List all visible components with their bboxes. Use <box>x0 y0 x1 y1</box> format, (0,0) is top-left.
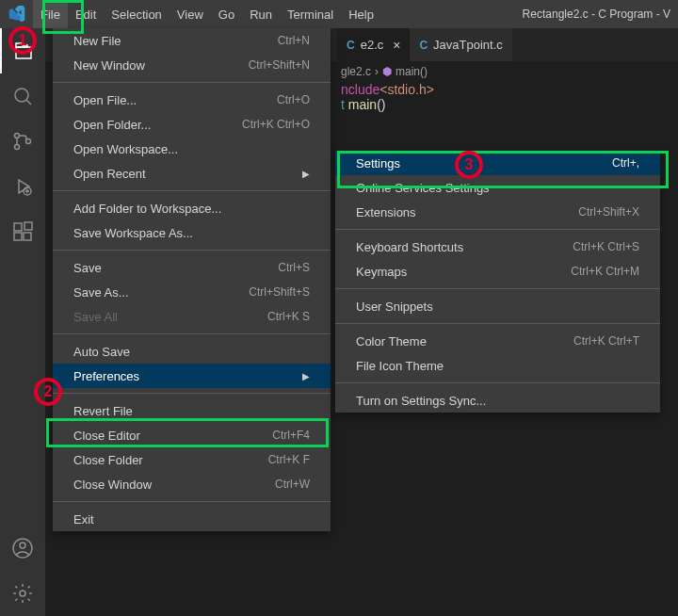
breadcrumb-file: gle2.c <box>341 65 371 78</box>
menu-item-shortcut: Ctrl+S <box>278 261 310 274</box>
run-debug-icon[interactable] <box>0 164 45 209</box>
explorer-icon[interactable] <box>0 28 45 73</box>
menu-separator <box>53 250 331 251</box>
chevron-right-icon: ▶ <box>302 371 310 381</box>
file-menu-item-open-recent[interactable]: Open Recent▶ <box>53 161 331 186</box>
menu-item-label: Preferences <box>73 369 139 383</box>
prefs-menu-item-keyboard-shortcuts[interactable]: Keyboard ShortcutsCtrl+K Ctrl+S <box>335 235 660 259</box>
file-menu-item-open-workspace[interactable]: Open Workspace... <box>53 137 331 161</box>
menu-item-label: Close Window <box>73 478 152 492</box>
menu-help[interactable]: Help <box>341 0 381 28</box>
menu-item-shortcut: Ctrl+Shift+X <box>578 205 639 219</box>
prefs-menu-item-keymaps[interactable]: KeymapsCtrl+K Ctrl+M <box>335 259 660 284</box>
file-menu-item-new-window[interactable]: New WindowCtrl+Shift+N <box>53 53 331 77</box>
menu-item-label: Exit <box>73 512 94 527</box>
prefs-menu-item-file-icon-theme[interactable]: File Icon Theme <box>335 353 660 378</box>
menu-run[interactable]: Run <box>242 0 280 28</box>
menu-item-label: Keyboard Shortcuts <box>356 240 463 254</box>
c-file-icon: C <box>419 39 428 52</box>
menu-item-label: Revert File <box>73 404 133 418</box>
menu-separator <box>53 82 331 83</box>
menu-item-label: Online Services Settings <box>356 181 490 195</box>
menu-item-label: Save All <box>73 310 118 324</box>
menu-item-shortcut: Ctrl+K Ctrl+O <box>242 118 310 131</box>
prefs-menu-item-online-services-settings[interactable]: Online Services Settings <box>335 175 660 200</box>
prefs-menu-item-color-theme[interactable]: Color ThemeCtrl+K Ctrl+T <box>335 329 660 353</box>
menu-item-shortcut: Ctrl+N <box>278 34 310 47</box>
code-token: <stdio.h> <box>379 82 434 97</box>
menu-item-shortcut: Ctrl+K F <box>268 453 310 466</box>
close-icon[interactable]: × <box>393 38 400 53</box>
menu-terminal[interactable]: Terminal <box>280 0 341 28</box>
tab-inactive[interactable]: C JavaTpoint.c <box>410 28 511 61</box>
file-menu-item-exit[interactable]: Exit <box>53 507 331 531</box>
menu-item-label: Auto Save <box>73 345 130 359</box>
menu-item-shortcut: Ctrl+, <box>612 156 639 170</box>
file-menu-item-revert-file[interactable]: Revert File <box>53 398 331 423</box>
menu-separator <box>53 333 331 334</box>
file-menu-item-open-folder[interactable]: Open Folder...Ctrl+K Ctrl+O <box>53 112 331 137</box>
prefs-menu-item-settings[interactable]: SettingsCtrl+, <box>335 151 660 175</box>
menu-selection[interactable]: Selection <box>104 0 169 28</box>
svg-point-1 <box>15 134 20 138</box>
menu-item-label: Keymaps <box>356 265 407 279</box>
menu-edit[interactable]: Edit <box>68 0 104 28</box>
menu-item-label: Save As... <box>73 285 129 300</box>
menu-item-label: Open Folder... <box>73 118 151 132</box>
file-menu-item-save-all: Save AllCtrl+K S <box>53 304 331 329</box>
code-token: nclude <box>341 82 379 97</box>
menu-item-label: Close Editor <box>73 429 140 443</box>
preferences-submenu: SettingsCtrl+,Online Services SettingsEx… <box>335 151 660 413</box>
settings-gear-icon[interactable] <box>0 571 45 616</box>
svg-rect-5 <box>14 223 22 231</box>
svg-point-0 <box>15 89 28 102</box>
menu-item-label: User Snippets <box>356 300 433 314</box>
search-icon[interactable] <box>0 73 45 119</box>
accounts-icon[interactable] <box>0 526 45 571</box>
menu-item-label: Color Theme <box>356 334 427 349</box>
source-control-icon[interactable] <box>0 119 45 164</box>
tab-label: JavaTpoint.c <box>433 38 503 52</box>
menu-item-label: Save <box>73 261 102 275</box>
menu-item-shortcut: Ctrl+Shift+N <box>249 58 310 72</box>
menu-separator <box>335 288 660 289</box>
file-menu-item-save-as[interactable]: Save As...Ctrl+Shift+S <box>53 280 331 304</box>
menu-item-label: Extensions <box>356 205 416 219</box>
file-menu-item-preferences[interactable]: Preferences▶ <box>53 364 331 388</box>
menu-item-shortcut: Ctrl+F4 <box>272 429 310 442</box>
file-menu-item-close-window[interactable]: Close WindowCtrl+W <box>53 472 331 496</box>
file-menu-item-open-file[interactable]: Open File...Ctrl+O <box>53 88 331 112</box>
prefs-menu-item-turn-on-settings-sync[interactable]: Turn on Settings Sync... <box>335 388 660 413</box>
tab-label: e2.c <box>361 38 384 52</box>
file-menu-item-close-folder[interactable]: Close FolderCtrl+K F <box>53 447 331 472</box>
extensions-icon[interactable] <box>0 209 45 254</box>
code-token: () <box>377 97 385 112</box>
menu-separator <box>335 229 660 230</box>
menu-item-label: New Window <box>73 58 145 73</box>
svg-rect-6 <box>14 233 22 240</box>
svg-point-3 <box>26 139 31 144</box>
menu-item-label: Open Recent <box>73 167 146 181</box>
chevron-right-icon: › <box>375 65 379 78</box>
file-menu-dropdown: New FileCtrl+NNew WindowCtrl+Shift+NOpen… <box>53 28 331 531</box>
prefs-menu-item-extensions[interactable]: ExtensionsCtrl+Shift+X <box>335 200 660 224</box>
file-menu-item-save-workspace-as[interactable]: Save Workspace As... <box>53 220 331 245</box>
file-menu-item-auto-save[interactable]: Auto Save <box>53 339 331 364</box>
menu-item-label: Add Folder to Workspace... <box>73 202 221 216</box>
menu-view[interactable]: View <box>170 0 211 28</box>
file-menu-item-new-file[interactable]: New FileCtrl+N <box>53 28 331 53</box>
file-menu-item-close-editor[interactable]: Close EditorCtrl+F4 <box>53 423 331 447</box>
tab-active[interactable]: C e2.c × <box>337 28 410 61</box>
menu-item-shortcut: Ctrl+K S <box>267 310 310 323</box>
file-menu-item-add-folder-to-workspace[interactable]: Add Folder to Workspace... <box>53 196 331 220</box>
breadcrumb-symbol: main() <box>396 65 428 78</box>
menu-go[interactable]: Go <box>211 0 242 28</box>
prefs-menu-item-user-snippets[interactable]: User Snippets <box>335 294 660 318</box>
c-file-icon: C <box>347 39 355 52</box>
menu-item-label: Open File... <box>73 93 137 107</box>
svg-rect-7 <box>24 233 31 240</box>
menu-file[interactable]: File <box>33 0 68 28</box>
menu-item-label: Settings <box>356 156 400 170</box>
menu-item-shortcut: Ctrl+K Ctrl+T <box>573 334 639 348</box>
file-menu-item-save[interactable]: SaveCtrl+S <box>53 255 331 280</box>
